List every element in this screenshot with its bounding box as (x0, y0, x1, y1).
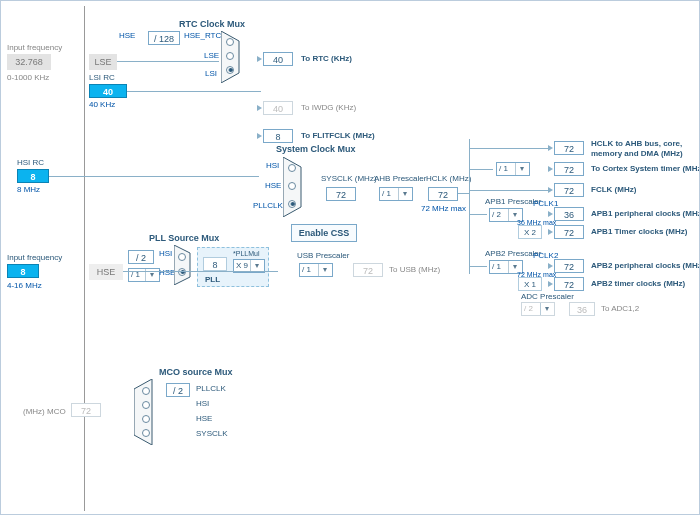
hse-box: HSE (89, 264, 123, 280)
hsi-unit: 8 MHz (17, 185, 40, 194)
rtc-out-value: 40 (263, 52, 293, 66)
iwdg-value: 40 (263, 101, 293, 115)
sysclk-opt-pllclk[interactable] (288, 200, 296, 208)
ahb-select[interactable]: / 1 (379, 187, 413, 201)
usb-out-label: To USB (MHz) (389, 265, 440, 274)
hsi-name: HSI RC (17, 158, 44, 167)
rtc-mux-opt-lse[interactable] (226, 52, 234, 60)
mco-in-hsi: HSI (196, 399, 209, 408)
rtc-mux-title: RTC Clock Mux (179, 19, 245, 29)
mco-opt-hsi[interactable] (142, 401, 150, 409)
input-freq-b-value[interactable]: 8 (7, 264, 39, 278)
apb1-tim-value: 72 (554, 225, 584, 239)
pll-box-label: PLL (205, 275, 220, 284)
cortex-select[interactable]: / 1 (496, 162, 530, 176)
adc-value: 36 (569, 302, 595, 316)
sysclk-opt-hse[interactable] (288, 182, 296, 190)
input-freq-a-range: 0-1000 KHz (7, 73, 49, 82)
mco-in-hse: HSE (196, 414, 212, 423)
mco-opt-hse[interactable] (142, 415, 150, 423)
pll-opt-hsi[interactable] (178, 253, 186, 261)
apb2-tim-mul: X 1 (518, 277, 542, 291)
apb2-periph-value: 72 (554, 259, 584, 273)
mco-mux-title: MCO source Mux (159, 367, 233, 377)
lsi-line (127, 91, 261, 92)
rtc-mux-opt-lsi[interactable] (226, 66, 234, 74)
arrow-icon (548, 166, 553, 172)
rtc-out-label: To RTC (KHz) (301, 54, 352, 63)
hclk-to-apb1 (469, 214, 487, 215)
pll-src-mux[interactable] (174, 245, 194, 285)
cortex-label: To Cortex System timer (MHz) (591, 164, 700, 173)
hclk-value[interactable]: 72 (428, 187, 458, 201)
fclk-label: FCLK (MHz) (591, 185, 636, 194)
hclk-to-apb2 (469, 266, 487, 267)
input-freq-a-value: 32.768 (7, 54, 51, 70)
lse-line (117, 61, 219, 62)
apb1-tim-label: APB1 Timer clocks (MHz) (591, 227, 687, 236)
usb-select[interactable]: / 1 (299, 263, 333, 277)
mco-value: 72 (71, 403, 101, 417)
hsi-line (49, 176, 259, 177)
pll-mul-label: *PLLMul (233, 250, 259, 257)
lsi-value[interactable]: 40 (89, 84, 127, 98)
enable-css-button[interactable]: Enable CSS (291, 224, 357, 242)
arrow-icon (548, 187, 553, 193)
sysclk-in-hsi: HSI (266, 161, 279, 170)
sysclk-label: SYSCLK (MHz) (321, 174, 377, 183)
adc-select[interactable]: / 2 (521, 302, 555, 316)
hclk-vbus (469, 139, 470, 274)
rtc-lsi-label: LSI (205, 69, 217, 78)
apb1-tim-mul: X 2 (518, 225, 542, 239)
ahb-label: AHB Prescaler (374, 174, 426, 183)
hclk-bus-label1: HCLK to AHB bus, core, (591, 139, 682, 148)
pll-src-title: PLL Source Mux (149, 233, 219, 243)
hclk-bus-value: 72 (554, 141, 584, 155)
sysclk-in-hse: HSE (265, 181, 281, 190)
cortex-value: 72 (554, 162, 584, 176)
pll-div2: / 2 (128, 250, 154, 264)
pll-in-hsi: HSI (159, 249, 172, 258)
rtc-mux-opt-hse[interactable] (226, 38, 234, 46)
input-freq-a-label: Input frequency (7, 43, 62, 52)
rtc-hse-in-label: HSE (119, 31, 135, 40)
hclk-note: 72 MHz max (421, 204, 466, 213)
apb2-tim-label: APB2 timer clocks (MHz) (591, 279, 685, 288)
pll-in-hse: HSE (159, 268, 175, 277)
mco-opt-sysclk[interactable] (142, 429, 150, 437)
mco-in-sysclk: SYSCLK (196, 429, 228, 438)
hclk-bus-label2: memory and DMA (MHz) (591, 149, 683, 158)
flitf-label: To FLITFCLK (MHz) (301, 131, 375, 140)
mco-out-label: (MHz) MCO (23, 407, 66, 416)
arrow-icon (257, 105, 262, 111)
hsi-value[interactable]: 8 (17, 169, 49, 183)
arrow-icon (548, 145, 553, 151)
usb-value: 72 (353, 263, 383, 277)
mco-opt-pllclk[interactable] (142, 387, 150, 395)
apb2-tim-value: 72 (554, 277, 584, 291)
apb1-periph-value: 36 (554, 207, 584, 221)
hse-rtc-label: HSE_RTC (184, 31, 221, 40)
arrow-icon (548, 281, 553, 287)
adc-prescaler-label: ADC Prescaler (521, 292, 574, 301)
arrow-icon (548, 229, 553, 235)
hclk-to-cortex (469, 169, 493, 170)
sysclk-value: 72 (326, 187, 356, 201)
input-freq-b-range: 4-16 MHz (7, 281, 42, 290)
hclk-out-line (458, 193, 470, 194)
hclk-to-fclk (469, 190, 549, 191)
pll-opt-hse[interactable] (178, 268, 186, 276)
lsi-name: LSI RC (89, 73, 115, 82)
apb1-periph-label: APB1 peripheral clocks (MHz) (591, 209, 700, 218)
iwdg-label: To IWDG (KHz) (301, 103, 356, 112)
usb-label: USB Prescaler (297, 251, 349, 260)
sysclk-mux-title: System Clock Mux (276, 144, 356, 154)
adc-label: To ADC1,2 (601, 304, 639, 313)
fclk-value: 72 (554, 183, 584, 197)
svg-marker-2 (174, 245, 190, 285)
flitf-value: 8 (263, 129, 293, 143)
arrow-icon (257, 56, 262, 62)
sysclk-opt-hsi[interactable] (288, 164, 296, 172)
hse-line (123, 271, 278, 272)
input-freq-b-label: Input frequency (7, 253, 62, 262)
